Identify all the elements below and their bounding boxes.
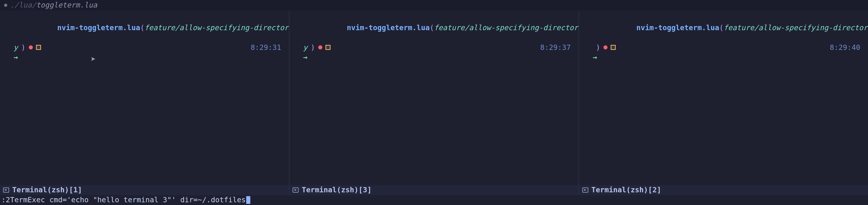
prompt-line-2: ) 8:29:40 [593,42,863,52]
terminal-icon [582,187,588,193]
prompt-line-2: y) 8:29:37 [303,42,573,52]
prompt-time: 8:29:37 [540,42,573,52]
pane-statusline: Terminal(zsh)[3] [289,185,578,195]
pane-status-label: Terminal(zsh)[3] [302,185,371,195]
prompt-line-1: nvim-toggleterm.lua(feature/allow-specif… [593,13,863,42]
command-line-text: :2TermExec cmd='echo "hello terminal 3"'… [1,195,246,205]
terminal-icon [3,187,9,193]
mouse-pointer-icon: ➤ [91,54,96,65]
terminal-pane-1[interactable]: nvim-toggleterm.lua(feature/allow-specif… [0,10,289,195]
paren-close: ) [596,42,600,52]
cursor-block-icon [246,196,250,204]
titlebar-dot-icon [4,4,7,7]
prompt-arrow: → [303,52,573,62]
git-branch-tail: y [303,42,307,52]
dirty-indicator-icon [29,46,33,50]
titlebar-path-prefix: ./lua/ [10,1,36,9]
git-branch: feature/allow-specifying-director [145,23,288,32]
paren-open: ( [140,23,145,32]
terminal-icon [293,187,299,193]
dirty-indicator-icon [603,46,608,50]
prompt-line-2: y) 8:29:31 [13,42,283,52]
paren-close: ) [21,42,25,52]
terminal-body[interactable]: nvim-toggleterm.lua(feature/allow-specif… [579,10,868,185]
prompt-arrow: → [13,52,283,62]
git-branch: feature/allow-specifying-director [434,23,578,32]
terminal-pane-3[interactable]: nvim-toggleterm.lua(feature/allow-specif… [579,10,868,195]
prompt-line-1: nvim-toggleterm.lua(feature/allow-specif… [303,13,573,42]
prompt-dir: nvim-toggleterm.lua [57,23,140,32]
terminal-panes: nvim-toggleterm.lua(feature/allow-specif… [0,10,868,195]
terminal-body[interactable]: nvim-toggleterm.lua(feature/allow-specif… [0,10,289,185]
pane-statusline: Terminal(zsh)[1] [0,185,289,195]
terminal-body[interactable]: nvim-toggleterm.lua(feature/allow-specif… [289,10,578,185]
pane-statusline: Terminal(zsh)[2] [579,185,868,195]
paren-open: ( [719,23,723,32]
prompt-dir: nvim-toggleterm.lua [347,23,430,32]
titlebar-path: ./lua/toggleterm.lua [10,0,97,10]
pane-status-label: Terminal(zsh)[2] [591,185,661,195]
terminal-pane-2[interactable]: nvim-toggleterm.lua(feature/allow-specif… [289,10,579,195]
prompt-arrow: → [593,52,863,62]
git-branch-tail: y [13,42,18,52]
paren-open: ( [430,23,434,32]
git-branch: feature/allow-specifying-directory [724,23,868,32]
paren-close: ) [311,42,315,52]
titlebar-path-file: toggleterm.lua [36,1,97,9]
save-icon [611,45,616,50]
dirty-indicator-icon [318,46,322,50]
prompt-time: 8:29:40 [830,42,863,52]
app-root: ./lua/toggleterm.lua nvim-toggleterm.lua… [0,0,868,205]
prompt-line-1: nvim-toggleterm.lua(feature/allow-specif… [13,13,283,42]
prompt-dir: nvim-toggleterm.lua [636,23,719,32]
save-icon [326,45,331,50]
save-icon [36,45,41,50]
prompt-time: 8:29:31 [250,42,283,52]
command-line[interactable]: :2TermExec cmd='echo "hello terminal 3"'… [0,195,868,205]
window-titlebar: ./lua/toggleterm.lua [0,0,868,10]
pane-status-label: Terminal(zsh)[1] [12,185,82,195]
